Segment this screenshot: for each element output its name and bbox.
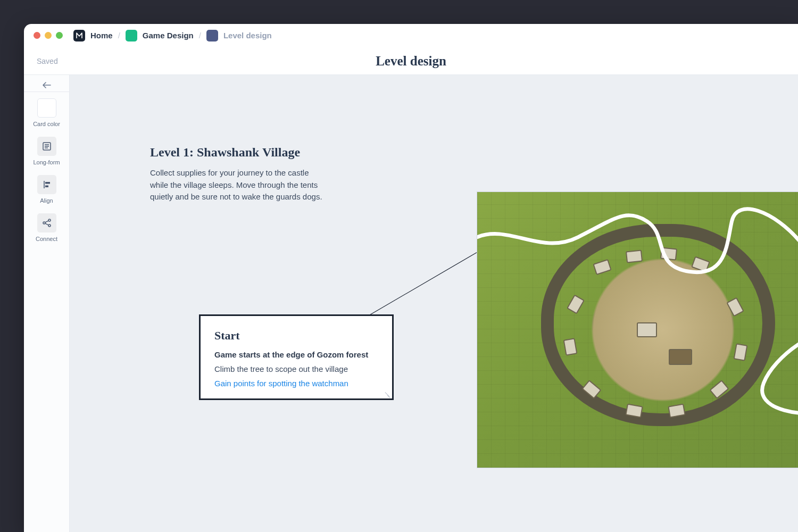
svg-point-8 <box>48 219 51 221</box>
tool-label: Align <box>40 197 53 204</box>
start-card[interactable]: Start Game starts at the edge of Gozom f… <box>199 314 394 400</box>
canvas[interactable]: Level 1: Shawshank Village Collect suppl… <box>70 75 798 532</box>
tool-label: Card color <box>33 121 60 127</box>
resize-handle-icon[interactable] <box>385 391 390 396</box>
tool-label: Connect <box>36 236 57 242</box>
connect-icon <box>37 213 56 232</box>
level-description: Collect supplies for your journey to the… <box>150 167 326 203</box>
card-color-icon <box>37 98 56 118</box>
svg-rect-6 <box>45 186 48 188</box>
breadcrumb-page[interactable]: Level design <box>223 31 272 40</box>
breadcrumb-home[interactable]: Home <box>90 31 113 40</box>
svg-rect-5 <box>45 182 50 184</box>
tool-align[interactable]: Align <box>24 169 69 207</box>
card-title: Start <box>214 329 378 343</box>
subheader: Saved Level design <box>24 47 798 75</box>
breadcrumb-separator: / <box>118 31 120 40</box>
card-subtitle: Game starts at the edge of Gozom forest <box>214 350 378 359</box>
svg-point-7 <box>43 222 45 224</box>
tool-rail: Card color Long-form Align Connect <box>24 75 70 532</box>
app-logo-icon[interactable] <box>73 30 85 41</box>
close-window-button[interactable] <box>34 32 40 39</box>
minimize-window-button[interactable] <box>45 32 52 39</box>
back-button[interactable] <box>24 78 69 92</box>
titlebar: Home / Game Design / Level design <box>24 24 798 47</box>
align-icon <box>37 175 56 194</box>
long-form-icon <box>37 137 56 156</box>
card-body-line: Climb the tree to scope out the village <box>214 364 378 373</box>
card-link[interactable]: Gain points for spotting the watchman <box>214 379 378 388</box>
svg-line-11 <box>45 223 48 225</box>
content-area: Card color Long-form Align Connect <box>24 75 798 532</box>
tool-card-color[interactable]: Card color <box>24 92 69 130</box>
page-color-badge <box>206 30 218 41</box>
svg-point-9 <box>48 225 51 227</box>
breadcrumb: Home / Game Design / Level design <box>73 30 272 41</box>
level-title: Level 1: Shawshank Village <box>150 145 326 160</box>
breadcrumb-separator: / <box>199 31 201 40</box>
maximize-window-button[interactable] <box>56 32 63 39</box>
project-color-badge <box>126 30 137 41</box>
window-controls <box>34 32 63 39</box>
tool-connect[interactable]: Connect <box>24 207 69 245</box>
tool-label: Long-form <box>33 159 60 165</box>
save-status: Saved <box>37 57 58 65</box>
level-map-image[interactable] <box>477 192 798 468</box>
breadcrumb-project[interactable]: Game Design <box>143 31 194 40</box>
page-title: Level design <box>376 54 446 69</box>
svg-line-10 <box>45 221 48 222</box>
level-heading-block[interactable]: Level 1: Shawshank Village Collect suppl… <box>150 145 326 203</box>
tool-long-form[interactable]: Long-form <box>24 130 69 169</box>
app-window: Home / Game Design / Level design Saved … <box>24 24 798 532</box>
